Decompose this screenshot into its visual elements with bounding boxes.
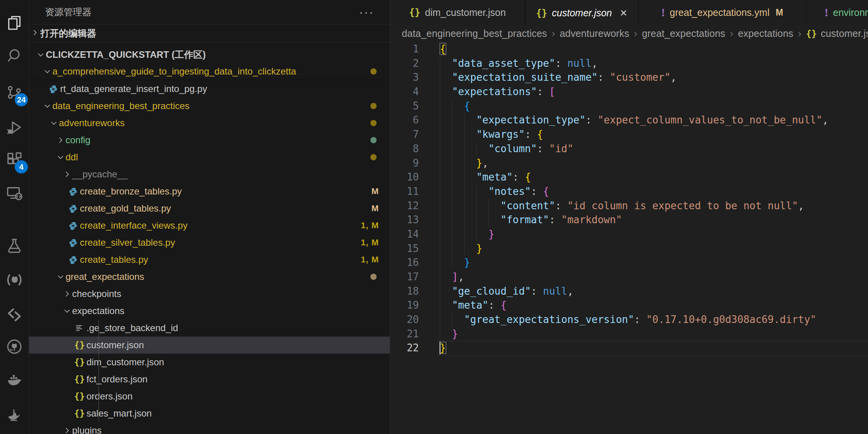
tree-file-rt_data_generate_insert_into_pg.py[interactable]: rt_data_generate_insert_into_pg.py <box>29 80 390 97</box>
activity-item-extensions[interactable]: 4 <box>0 145 29 176</box>
tree-item-label: a_comprehensive_guide_to_ingesting_data_… <box>52 66 296 77</box>
code-line-13[interactable]: 13"format": "markdown" <box>390 213 868 227</box>
tab-great_expectations.yml[interactable]: !great_expectations.ymlM <box>638 0 806 25</box>
code-line-21[interactable]: 21} <box>390 327 868 341</box>
tree-item-label: data_engineering_best_practices <box>52 101 190 111</box>
code-editor[interactable]: 1{2"data_asset_type": null,3"expectation… <box>390 42 868 434</box>
tree-folder-plugins[interactable]: plugins <box>29 422 390 434</box>
modified-dot-badge <box>370 68 377 75</box>
activity-item-ai-assistant-cat[interactable] <box>0 265 29 296</box>
code-line-17[interactable]: 17], <box>390 270 868 284</box>
line-number: 17 <box>390 270 419 284</box>
activity-item-code-link[interactable] <box>0 300 29 331</box>
code-line-14[interactable]: 14} <box>390 227 868 241</box>
activity-item-docker[interactable] <box>0 365 29 396</box>
tree-item-label: expectations <box>72 306 124 316</box>
tree-file-create_interface_views.py[interactable]: create_interface_views.py1, M <box>29 217 390 234</box>
tree-item-label: create_interface_views.py <box>80 220 187 231</box>
tree-file-dim_customer.json[interactable]: {}dim_customer.json <box>29 354 390 371</box>
tree-file-orders.json[interactable]: {}orders.json <box>29 388 390 405</box>
tree-folder-ddl[interactable]: ddl <box>29 149 390 166</box>
tree-folder-CLICKZETTA_QUICKSTART (工作区)[interactable]: CLICKZETTA_QUICKSTART (工作区) <box>29 46 390 63</box>
activity-item-run-and-debug[interactable] <box>0 113 29 144</box>
chevron-right-icon <box>30 28 40 39</box>
tab-dim_customer.json[interactable]: {}dim_customer.json <box>390 0 525 25</box>
yaml-exclamation-icon: ! <box>661 6 665 19</box>
python-icon <box>67 238 78 248</box>
code-line-5[interactable]: 5{ <box>390 99 868 113</box>
activity-item-testing[interactable] <box>0 231 29 262</box>
genie-lamp-icon <box>5 405 23 424</box>
activity-item-search[interactable] <box>0 41 29 72</box>
tree-folder-great_expectations[interactable]: great_expectations <box>29 268 390 285</box>
activity-item-github[interactable] <box>0 332 29 363</box>
line-number: 7 <box>390 127 419 142</box>
explorer-sidebar: 资源管理器 ··· 打开的编辑器 CLICKZETTA_QUICKSTART (… <box>29 0 390 434</box>
code-line-8[interactable]: 8"column": "id" <box>390 142 868 156</box>
open-editors-section[interactable]: 打开的编辑器 <box>29 24 390 43</box>
activity-item-source-control[interactable]: 24 <box>0 78 29 109</box>
json-braces-icon: {} <box>74 374 85 384</box>
more-actions-icon[interactable]: ··· <box>359 5 374 19</box>
tab-environment.yml[interactable]: !environment.yml <box>806 0 868 25</box>
tree-file-sales_mart.json[interactable]: {}sales_mart.json <box>29 405 390 422</box>
json-braces-icon: {} <box>806 29 817 39</box>
json-braces-icon: {} <box>74 340 85 350</box>
tree-file-customer.json[interactable]: {}customer.json <box>29 337 390 354</box>
activity-item-explorer[interactable] <box>0 8 29 39</box>
tree-folder-checkpoints[interactable]: checkpoints <box>29 285 390 302</box>
activity-item-remote-explorer[interactable] <box>0 179 29 210</box>
breadcrumb-item[interactable]: data_engineering_best_practices <box>402 28 547 39</box>
code-line-2[interactable]: 2"data_asset_type": null, <box>390 56 868 71</box>
code-line-19[interactable]: 19"meta": { <box>390 298 868 312</box>
line-number: 13 <box>390 213 419 227</box>
tab-customer.json[interactable]: {}customer.json✕ <box>525 0 638 26</box>
cat-parentheses-icon <box>5 271 23 290</box>
code-line-9[interactable]: 9}, <box>390 156 868 170</box>
breadcrumb-item-file[interactable]: {}customer.json <box>806 28 868 39</box>
code-line-1[interactable]: 1{ <box>390 42 868 56</box>
tree-file-fct_orders.json[interactable]: {}fct_orders.json <box>29 371 390 388</box>
tree-folder-config[interactable]: config <box>29 132 390 149</box>
code-line-6[interactable]: 6"expectation_type": "expect_column_valu… <box>390 113 868 127</box>
code-line-7[interactable]: 7"kwargs": { <box>390 127 868 142</box>
tree-folder-data_engineering_best_practices[interactable]: data_engineering_best_practices <box>29 97 390 115</box>
tree-folder-expectations[interactable]: expectations <box>29 302 390 319</box>
git-status-badge: 1, M <box>361 255 379 265</box>
tree-file-create_tables.py[interactable]: create_tables.py1, M <box>29 251 390 268</box>
git-status-badge: 1, M <box>361 238 379 248</box>
sidebar-header: 资源管理器 ··· <box>29 0 390 24</box>
code-line-4[interactable]: 4"expectations": [ <box>390 85 868 99</box>
breadcrumb-item[interactable]: expectations <box>738 28 794 39</box>
breadcrumb-item[interactable]: great_expectations <box>642 28 725 39</box>
line-number: 18 <box>390 284 419 299</box>
tree-folder-a_comprehensive_guide_to_ingesting_data_into_clickzetta[interactable]: a_comprehensive_guide_to_ingesting_data_… <box>29 63 390 80</box>
tree-item-label: dim_customer.json <box>86 357 164 368</box>
close-icon[interactable]: ✕ <box>620 8 628 19</box>
tree-item-label: orders.json <box>86 391 133 402</box>
code-line-20[interactable]: 20"great_expectations_version": "0.17.10… <box>390 312 868 327</box>
activity-item-genie[interactable] <box>0 399 29 430</box>
line-number: 5 <box>390 99 419 113</box>
breadcrumb: data_engineering_best_practices›adventur… <box>390 25 868 42</box>
code-line-18[interactable]: 18"ge_cloud_id": null, <box>390 284 868 299</box>
tree-file-.ge_store_backend_id[interactable]: .ge_store_backend_id <box>29 319 390 337</box>
json-braces-icon: {} <box>74 391 85 401</box>
line-number: 14 <box>390 227 419 241</box>
open-editors-label: 打开的编辑器 <box>40 27 96 40</box>
tree-folder-adventureworks[interactable]: adventureworks <box>29 115 390 132</box>
tree-file-create_silver_tables.py[interactable]: create_silver_tables.py1, M <box>29 234 390 251</box>
code-line-16[interactable]: 16} <box>390 255 868 270</box>
text-lines-icon <box>74 323 85 333</box>
tree-file-create_bronze_tables.py[interactable]: create_bronze_tables.pyM <box>29 183 390 200</box>
breadcrumb-item[interactable]: adventureworks <box>560 28 629 39</box>
yaml-exclamation-icon: ! <box>825 6 828 19</box>
code-line-10[interactable]: 10"meta": { <box>390 170 868 184</box>
code-line-11[interactable]: 11"notes": { <box>390 184 868 199</box>
tree-file-create_gold_tables.py[interactable]: create_gold_tables.pyM <box>29 200 390 217</box>
code-line-3[interactable]: 3"expectation_suite_name": "customer", <box>390 70 868 85</box>
tree-folder-__pycache__[interactable]: __pycache__ <box>29 166 390 183</box>
code-line-12[interactable]: 12"content": "id column is expected to b… <box>390 199 868 213</box>
code-line-15[interactable]: 15} <box>390 241 868 256</box>
code-line-22[interactable]: 22} <box>390 341 868 355</box>
